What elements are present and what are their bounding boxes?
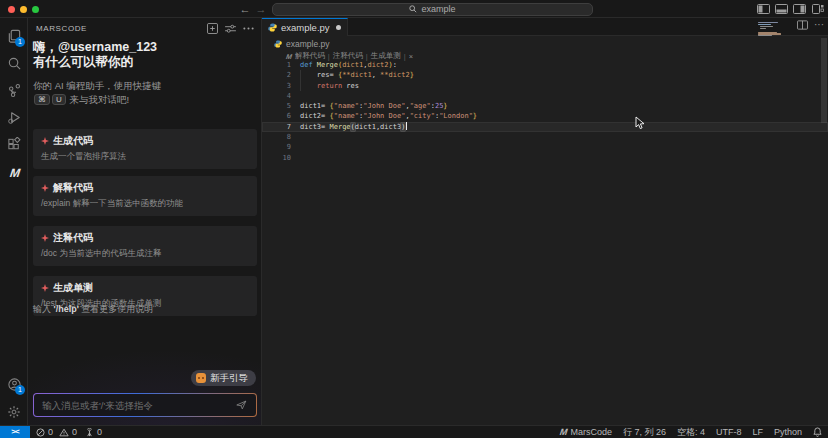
code-editor[interactable]: 1def Merge(dict1,dict2):2 res= {**dict1,…: [262, 60, 828, 163]
code-text: dict3= Merge(dict1,dict3): [300, 122, 407, 132]
marscode-status-item[interactable]: M MarsCode: [560, 427, 612, 437]
source-control-icon: [7, 83, 22, 98]
tab-example-py[interactable]: example.py: [262, 18, 348, 36]
sparkle-icon: [41, 137, 49, 145]
accounts-button[interactable]: 1: [0, 371, 28, 398]
history-settings-icon[interactable]: [223, 21, 237, 35]
bell-icon: [813, 427, 822, 437]
explorer-badge: 1: [15, 37, 25, 47]
minimap-line: [758, 35, 772, 36]
marscode-logo-icon: M: [9, 166, 20, 180]
python-file-icon: [268, 23, 277, 32]
settings-button[interactable]: [0, 398, 28, 425]
split-editor-icon[interactable]: [797, 20, 808, 30]
sidebar-item-marscode[interactable]: M: [0, 159, 28, 186]
sparkle-icon: [41, 184, 49, 192]
code-text: dict2= {"name":"John Doe","city":"London…: [300, 111, 477, 121]
toggle-primary-sidebar-icon[interactable]: [757, 3, 770, 14]
search-icon: [7, 56, 22, 71]
zoom-window-button[interactable]: [32, 6, 39, 13]
chat-input[interactable]: [34, 400, 236, 411]
send-icon[interactable]: [236, 400, 256, 410]
line-number: 3: [262, 81, 291, 91]
run-debug-icon: [7, 110, 22, 125]
line-number: 8: [262, 132, 291, 142]
language-mode[interactable]: Python: [774, 427, 802, 437]
sidebar-item-explorer[interactable]: 1: [0, 23, 28, 50]
minimize-window-button[interactable]: [20, 6, 27, 13]
problems-indicator[interactable]: 0 0: [36, 427, 77, 437]
radio-tower-icon: [85, 428, 94, 437]
card-desc: /explain 解释一下当前选中函数的功能: [41, 198, 249, 210]
subtitle-line1: 你的 AI 编程助手，使用快捷键: [33, 79, 161, 93]
close-window-button[interactable]: [8, 6, 15, 13]
onboarding-button[interactable]: 新手引导: [191, 370, 256, 386]
navigate-back-button[interactable]: ←: [238, 1, 252, 18]
marscode-status-label: MarsCode: [570, 427, 612, 437]
hint-code: '/help': [54, 304, 79, 314]
navigate-forward-button[interactable]: →: [254, 1, 268, 18]
gear-icon: [7, 405, 21, 419]
code-line-1: 1def Merge(dict1,dict2):: [262, 60, 828, 70]
code-line-6: 6dict2= {"name":"John Doe","city":"Londo…: [262, 111, 828, 121]
card-desc: 生成一个冒泡排序算法: [41, 151, 249, 163]
line-number: 7: [262, 122, 291, 132]
breadcrumb-file[interactable]: example.py: [286, 39, 329, 49]
marscode-panel: MARSCODE 嗨，@username_123 有什么可以帮你的 你的 AI …: [28, 18, 262, 425]
more-actions-icon[interactable]: [241, 21, 255, 35]
code-line-3: 3 return res: [262, 81, 828, 91]
activity-bar: 1 M 1: [0, 18, 28, 425]
line-number: 1: [262, 60, 291, 70]
editor-scrollbar[interactable]: [821, 38, 827, 123]
panel-title: MARSCODE: [36, 24, 87, 33]
breadcrumb[interactable]: example.py: [274, 39, 329, 49]
marscode-logo-icon: M: [286, 53, 293, 60]
card-title: 注释代码: [41, 231, 249, 245]
text-cursor: [406, 122, 407, 130]
customize-layout-icon[interactable]: [811, 3, 824, 14]
card-desc: /doc 为当前选中的代码生成注释: [41, 248, 249, 260]
sidebar-item-extensions[interactable]: [0, 131, 28, 158]
search-value: example: [421, 4, 455, 14]
toggle-secondary-sidebar-icon[interactable]: [793, 3, 806, 14]
sparkle-icon: [41, 284, 49, 292]
line-number: 9: [262, 142, 291, 152]
minimap[interactable]: [754, 18, 796, 148]
u-keycap: U: [52, 94, 66, 105]
marscode-logo-icon: M: [559, 427, 568, 437]
subtitle-line2-text: 来与我对话吧!: [69, 94, 129, 105]
help-hint: 输入 '/help' 查看更多使用说明: [33, 303, 153, 316]
notifications-bell[interactable]: [813, 427, 822, 437]
eol-sequence[interactable]: LF: [752, 427, 763, 437]
toggle-panel-icon[interactable]: [775, 3, 788, 14]
new-chat-icon[interactable]: [205, 21, 219, 35]
sidebar-item-run-debug[interactable]: [0, 104, 28, 131]
line-number: 5: [262, 101, 291, 111]
code-text: res= {**dict1, **dict2}: [300, 70, 414, 80]
ports-indicator[interactable]: 0: [85, 427, 102, 437]
line-number: 6: [262, 111, 291, 121]
sidebar-item-source-control[interactable]: [0, 77, 28, 104]
indentation[interactable]: 空格: 4: [677, 426, 705, 438]
remote-indicator[interactable]: ><: [0, 426, 30, 438]
suggestion-card-1[interactable]: 生成代码生成一个冒泡排序算法: [33, 129, 257, 169]
encoding[interactable]: UTF-8: [716, 427, 742, 437]
suggestion-card-3[interactable]: 注释代码/doc 为当前选中的代码生成注释: [33, 226, 257, 266]
code-text: def Merge(dict1,dict2):: [300, 60, 397, 70]
suggestion-card-2[interactable]: 解释代码/explain 解释一下当前选中函数的功能: [33, 176, 257, 216]
card-title: 生成单测: [41, 281, 249, 295]
editor-more-actions-icon[interactable]: ···: [814, 20, 824, 30]
card-title: 解释代码: [41, 181, 249, 195]
modified-dot-icon[interactable]: [336, 25, 341, 30]
sidebar-item-search[interactable]: [0, 50, 28, 77]
error-icon: [36, 428, 45, 437]
extensions-icon: [7, 137, 22, 152]
greeting-heading: 嗨，@username_123 有什么可以帮你的: [33, 40, 157, 70]
hint-suffix: 查看更多使用说明: [79, 304, 154, 314]
line-number: 4: [262, 91, 291, 101]
search-icon: [409, 5, 417, 13]
cursor-position[interactable]: 行 7, 列 26: [623, 426, 666, 438]
editor-area: example.py ··· example.py M解释代码|注释代码|生成单…: [262, 18, 828, 425]
minimap-line: [760, 28, 766, 29]
command-center-search[interactable]: example: [272, 3, 593, 16]
